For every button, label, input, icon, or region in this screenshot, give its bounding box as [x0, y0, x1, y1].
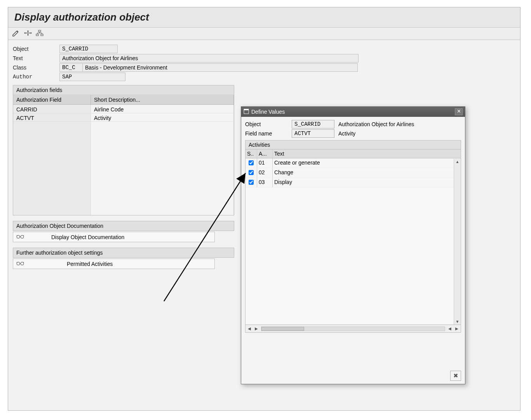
auth-row-desc: Activity	[91, 113, 234, 122]
auth-row-field[interactable]: ACTVT	[13, 113, 91, 122]
auth-fields-grid: Authorization Field Short Description...…	[13, 95, 234, 215]
class-label: Class	[13, 64, 59, 71]
grid-filler	[13, 122, 91, 215]
doc-section: Authorization Object Documentation Displ…	[13, 221, 234, 242]
scroll-up-icon[interactable]: ▲	[455, 159, 460, 165]
author-field: SAP	[59, 73, 125, 81]
svg-point-10	[21, 262, 24, 265]
svg-point-8	[21, 235, 24, 238]
activity-checkbox[interactable]	[249, 180, 254, 185]
scroll-right-icon[interactable]: ▶	[454, 326, 459, 331]
class-text-field: Basis - Development Environment	[83, 63, 358, 72]
hscroll-thumb[interactable]	[261, 327, 304, 331]
activity-text: Display	[273, 178, 461, 187]
toolbar	[8, 28, 520, 40]
scroll-down-icon[interactable]: ▼	[455, 319, 460, 325]
popup-body: Object S_CARRID Authorization Object for…	[241, 117, 465, 336]
define-values-popup: Define Values ✕ Object S_CARRID Authoriz…	[241, 106, 465, 384]
svg-point-3	[30, 33, 31, 34]
svg-rect-5	[36, 34, 38, 36]
scroll-left-icon[interactable]: ◀	[247, 326, 252, 331]
svg-point-1	[27, 35, 28, 36]
text-field: Authorization Object for Airlines	[59, 54, 359, 62]
activity-code: 03	[257, 178, 273, 187]
author-label: Author	[13, 74, 59, 80]
auth-row-desc: Airline Code	[91, 105, 234, 113]
auth-row-field[interactable]: CARRID	[13, 105, 91, 113]
page-title: Display authorization object	[14, 11, 514, 23]
object-label: Object	[13, 46, 59, 52]
activity-row[interactable]: 02 Change	[245, 168, 461, 178]
activity-checkbox[interactable]	[249, 160, 254, 165]
object-field: S_CARRID	[59, 45, 118, 53]
activity-text: Change	[273, 168, 461, 177]
auth-fields-header: Authorization fields	[13, 85, 234, 95]
where-used-icon[interactable]	[24, 30, 32, 38]
act-col-select: S..	[245, 149, 257, 158]
edit-icon[interactable]	[12, 30, 21, 38]
svg-rect-6	[41, 34, 43, 36]
hscroll-track-left[interactable]	[261, 326, 445, 331]
popup-fieldname-field: ACTVT	[292, 129, 334, 138]
popup-object-text: Authorization Object for Airlines	[338, 121, 414, 127]
close-icon[interactable]: ✕	[455, 108, 463, 115]
popup-window-icon	[244, 109, 249, 115]
further-section: Further authorization object settings Pe…	[13, 248, 234, 269]
act-col-code: A...	[257, 149, 273, 158]
svg-rect-4	[38, 30, 41, 32]
display-doc-label: Display Object Documentation	[51, 234, 124, 240]
activity-text: Create or generate	[273, 158, 461, 168]
activity-code: 02	[257, 168, 273, 177]
popup-fieldname-label: Field name	[245, 130, 292, 137]
popup-object-field: S_CARRID	[292, 120, 334, 128]
class-code-field: BC_C	[59, 63, 83, 72]
svg-point-9	[17, 262, 20, 265]
doc-section-header: Authorization Object Documentation	[13, 221, 234, 231]
text-label: Text	[13, 55, 59, 61]
display-doc-button[interactable]: Display Object Documentation	[13, 232, 215, 242]
auth-col2-header: Short Description...	[91, 95, 234, 105]
activity-code: 01	[257, 158, 273, 168]
activities-table: S.. A... Text 01 Create or generate 02 C…	[245, 149, 461, 325]
vertical-scrollbar[interactable]: ▲ ▼	[454, 159, 461, 325]
grid-filler	[91, 122, 234, 215]
svg-point-7	[17, 235, 20, 238]
scroll-right-icon[interactable]: ▶	[254, 326, 259, 331]
glasses-icon	[16, 234, 24, 240]
svg-point-0	[27, 31, 28, 32]
glasses-icon	[16, 260, 24, 267]
auth-col1-header: Authorization Field	[13, 95, 91, 105]
permitted-activities-button[interactable]: Permitted Activities	[13, 259, 215, 269]
activity-checkbox[interactable]	[249, 170, 254, 175]
auth-fields-panel: Authorization fields Authorization Field…	[13, 85, 234, 215]
further-section-header: Further authorization object settings	[13, 248, 234, 258]
activity-row[interactable]: 03 Display	[245, 178, 461, 187]
popup-object-label: Object	[245, 121, 292, 127]
activity-row[interactable]: 01 Create or generate	[245, 158, 461, 168]
svg-point-2	[24, 33, 25, 34]
act-col-text: Text	[273, 149, 461, 158]
popup-titlebar[interactable]: Define Values ✕	[241, 107, 465, 117]
cancel-button[interactable]: ✖	[450, 371, 461, 381]
permitted-activities-label: Permitted Activities	[67, 261, 113, 267]
title-bar: Display authorization object	[8, 7, 520, 28]
svg-rect-12	[244, 109, 249, 110]
popup-fieldname-text: Activity	[338, 130, 355, 137]
horizontal-scrollbar[interactable]: ◀ ▶ ◀ ▶	[245, 325, 461, 333]
activities-header: Activities	[245, 140, 461, 149]
hierarchy-icon[interactable]	[35, 30, 44, 38]
popup-title: Define Values	[251, 109, 285, 115]
scroll-left-icon[interactable]: ◀	[447, 326, 452, 331]
